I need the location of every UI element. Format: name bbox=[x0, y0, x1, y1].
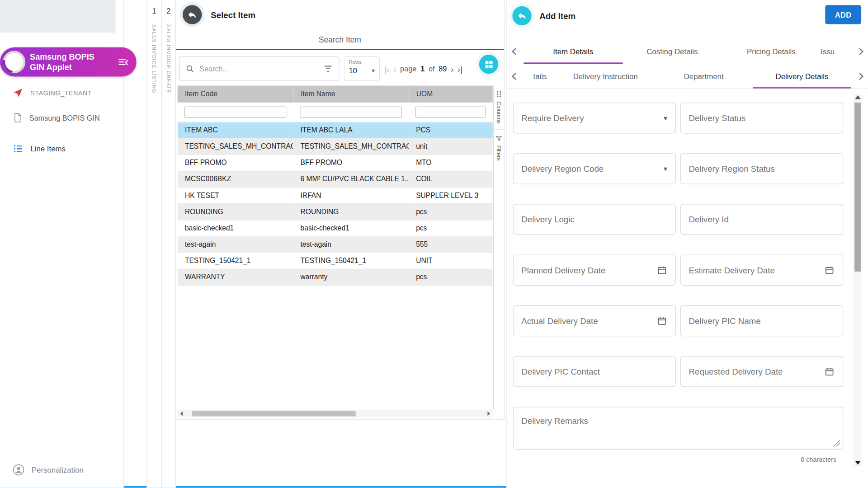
field-actual-delivery-date[interactable]: Actual Delivery Date bbox=[513, 305, 676, 337]
field-requested-delivery-date[interactable]: Requested Delivery Date bbox=[680, 356, 843, 387]
table-row[interactable]: BFF PROMOBFF PROMOMTO bbox=[178, 155, 492, 171]
field-delivery-id[interactable]: Delivery Id bbox=[680, 204, 843, 235]
table-cell[interactable]: SUPPLER LEVEL 3 bbox=[409, 187, 492, 203]
table-cell[interactable]: TESTING_SALES_MH_CONTRACT bbox=[293, 138, 409, 154]
tabs-scroll-right-icon[interactable] bbox=[851, 64, 868, 89]
table-cell[interactable]: pcs bbox=[409, 269, 492, 285]
scroll-thumb[interactable] bbox=[854, 103, 861, 272]
add-button[interactable]: ADD bbox=[825, 5, 861, 24]
sidebar-item-tenant[interactable]: STAGING_TENANT bbox=[0, 84, 123, 101]
table-cell[interactable]: basic-checked1 bbox=[293, 220, 409, 236]
table-cell[interactable]: ITEM ABC LALA bbox=[293, 122, 409, 138]
field-delivery-pic-name[interactable]: Delivery PIC Name bbox=[680, 305, 843, 337]
tabs-scroll-left-icon[interactable] bbox=[507, 39, 524, 64]
sidebar-item-personalization[interactable]: Personalization bbox=[0, 461, 123, 479]
dropdown-caret-icon[interactable]: ▾ bbox=[664, 164, 667, 173]
table-row[interactable]: ITEM ABCITEM ABC LALAPCS bbox=[178, 122, 492, 138]
field-delivery-pic-contact[interactable]: Delivery PIC Contact bbox=[513, 356, 676, 387]
table-cell[interactable]: COIL bbox=[409, 171, 492, 187]
table-cell[interactable]: ITEM ABC bbox=[178, 122, 293, 138]
table-cell[interactable]: MCSC006BKZ bbox=[178, 171, 293, 187]
scroll-up-arrow[interactable] bbox=[854, 94, 862, 101]
table-cell[interactable]: unit bbox=[409, 138, 492, 154]
prev-page-button[interactable]: ‹ bbox=[393, 64, 396, 74]
table-row[interactable]: HK TESETIRFANSUPPLER LEVEL 3 bbox=[178, 187, 492, 203]
table-cell[interactable]: HK TESET bbox=[178, 187, 293, 203]
table-row[interactable]: TESTING_SALES_MH_CONTRACTTESTING_SALES_M… bbox=[178, 138, 492, 154]
rows-per-page-select[interactable]: Rows 10 ▾ bbox=[344, 56, 380, 81]
table-cell[interactable]: TESTING_150421_1 bbox=[178, 253, 293, 269]
table-cell[interactable]: 6 MM² CU/PVC BLACK CABLE 1... bbox=[293, 171, 409, 187]
tab-pricing-details[interactable]: Pricing Details bbox=[722, 39, 821, 64]
calendar-icon[interactable] bbox=[824, 265, 835, 276]
table-cell[interactable]: pcs bbox=[409, 203, 492, 220]
table-row[interactable]: TESTING_150421_1TESTING_150421_1UNIT bbox=[178, 253, 492, 269]
field-delivery-status[interactable]: Delivery Status bbox=[680, 103, 843, 134]
field-require-delivery[interactable]: Require Delivery▾ bbox=[513, 103, 676, 134]
sidebar-item-line-items[interactable]: Line Items bbox=[0, 140, 123, 158]
back-button[interactable] bbox=[512, 6, 531, 25]
filter-input-uom[interactable] bbox=[415, 106, 486, 117]
filter-list-icon[interactable] bbox=[323, 64, 333, 74]
tab-costing-details[interactable]: Costing Details bbox=[623, 39, 722, 64]
table-row[interactable]: test-againtest-again555 bbox=[178, 236, 492, 252]
tabs-scroll-right-icon[interactable] bbox=[851, 39, 868, 64]
table-cell[interactable]: BFF PROMO bbox=[178, 155, 293, 171]
tab-delivery-details[interactable]: Delivery Details bbox=[753, 64, 851, 89]
table-cell[interactable]: WARRANTY bbox=[178, 269, 293, 285]
column-header-uom[interactable]: UOM bbox=[409, 86, 492, 103]
calendar-icon[interactable] bbox=[657, 315, 668, 326]
vertical-scrollbar[interactable] bbox=[854, 94, 862, 466]
field-delivery-region-code[interactable]: Delivery Region Code▾ bbox=[513, 153, 676, 184]
tab-department[interactable]: Department bbox=[655, 64, 753, 89]
field-estimate-delivery-date[interactable]: Estimate Delivery Date bbox=[680, 255, 843, 286]
tab-item-details[interactable]: Item Details bbox=[524, 39, 623, 64]
table-row[interactable]: basic-checked1basic-checked1pcs bbox=[178, 220, 492, 236]
table-cell[interactable]: TESTING_SALES_MH_CONTRACT bbox=[178, 138, 293, 154]
table-cell[interactable]: 555 bbox=[409, 236, 492, 252]
table-cell[interactable]: ROUNDING bbox=[293, 203, 409, 220]
dropdown-caret-icon[interactable]: ▾ bbox=[664, 114, 667, 122]
table-cell[interactable]: TESTING_150421_1 bbox=[293, 253, 409, 269]
table-cell[interactable]: ROUNDING bbox=[178, 203, 293, 220]
table-row[interactable]: MCSC006BKZ6 MM² CU/PVC BLACK CABLE 1...C… bbox=[178, 171, 492, 187]
field-delivery-region-status[interactable]: Delivery Region Status bbox=[680, 153, 843, 184]
field-planned-delivery-date[interactable]: Planned Delivery Date bbox=[513, 255, 676, 286]
scroll-thumb[interactable] bbox=[192, 411, 356, 416]
table-cell[interactable]: test-again bbox=[178, 236, 293, 252]
sidebar-item-applet[interactable]: Samsung BOPIS GIN bbox=[0, 109, 123, 126]
tab-delivery-instruction[interactable]: Delivery Instruction bbox=[557, 64, 655, 89]
field-delivery-logic[interactable]: Delivery Logic bbox=[513, 204, 676, 235]
tab-issu[interactable]: Issu bbox=[821, 39, 851, 64]
tabs-scroll-left-icon[interactable] bbox=[507, 64, 524, 89]
table-cell[interactable]: pcs bbox=[409, 220, 492, 236]
calendar-icon[interactable] bbox=[657, 265, 668, 276]
applet-switcher[interactable]: Samsung BOPIS GIN Applet bbox=[0, 47, 137, 77]
tab-search-item[interactable]: Search Item bbox=[319, 35, 361, 44]
table-row[interactable]: WARRANTYwarrantypcs bbox=[178, 269, 492, 285]
search-input[interactable] bbox=[199, 65, 318, 73]
layout-grid-button[interactable] bbox=[479, 55, 498, 74]
table-cell[interactable]: IRFAN bbox=[293, 187, 409, 203]
back-button[interactable] bbox=[183, 5, 202, 24]
menu-collapse-icon[interactable] bbox=[117, 56, 129, 68]
table-cell[interactable]: BFF PROMO bbox=[293, 155, 409, 171]
resize-handle-icon[interactable] bbox=[834, 440, 840, 446]
columns-tool[interactable]: Columns bbox=[496, 90, 502, 123]
last-page-button[interactable]: ›| bbox=[458, 64, 462, 74]
table-cell[interactable]: UNIT bbox=[409, 253, 492, 269]
filter-input-item-code[interactable] bbox=[184, 106, 287, 117]
scroll-down-arrow[interactable] bbox=[854, 459, 862, 466]
column-header-item-code[interactable]: Item Code bbox=[178, 86, 293, 103]
field-delivery-remarks[interactable]: Delivery Remarks bbox=[513, 407, 844, 450]
table-cell[interactable]: MTO bbox=[409, 155, 492, 171]
filter-input-item-name[interactable] bbox=[300, 106, 402, 117]
table-cell[interactable]: warranty bbox=[293, 269, 409, 285]
calendar-icon[interactable] bbox=[824, 366, 835, 377]
column-header-item-name[interactable]: Item Name bbox=[293, 86, 409, 103]
vertical-tab-sales-invoice-listing[interactable]: 1 SALES INVOICE LISTING bbox=[146, 0, 161, 488]
table-cell[interactable]: PCS bbox=[409, 122, 492, 138]
table-cell[interactable]: basic-checked1 bbox=[178, 220, 293, 236]
next-page-button[interactable]: › bbox=[451, 64, 453, 74]
table-cell[interactable]: test-again bbox=[293, 236, 409, 252]
